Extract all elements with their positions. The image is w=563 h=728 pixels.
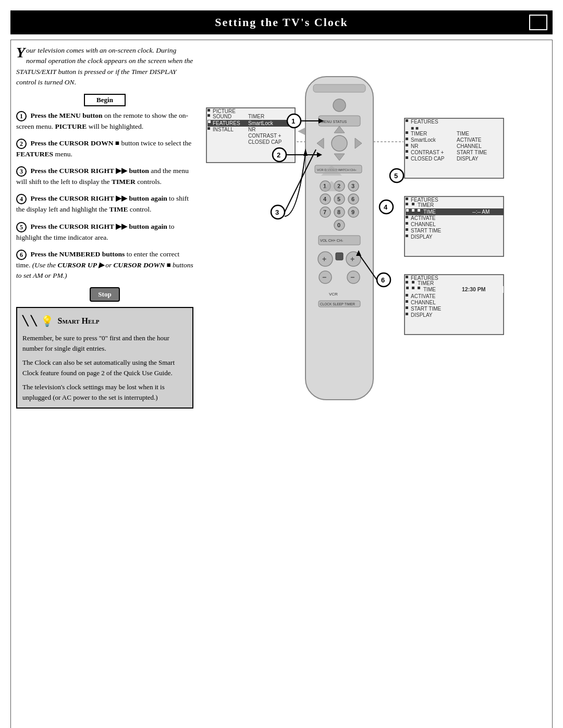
step-5: 5 Press the CURSOR RIGHT ▶▶ button again… <box>16 221 193 243</box>
svg-rect-49 <box>406 216 408 218</box>
svg-text:CLOSED CAP: CLOSED CAP <box>411 156 445 162</box>
svg-rect-33 <box>406 156 408 159</box>
main-content: Your television comes with an on-screen … <box>10 40 553 728</box>
svg-text:TIME: TIME <box>457 131 469 137</box>
svg-text:8: 8 <box>337 209 340 215</box>
svg-text:DISPLAY: DISPLAY <box>411 234 433 240</box>
svg-rect-24 <box>406 138 408 140</box>
svg-rect-30 <box>406 150 408 153</box>
svg-rect-46 <box>418 209 420 212</box>
svg-text:CONTRAST +: CONTRAST + <box>411 150 444 155</box>
stop-label: Stop <box>90 287 119 302</box>
svg-rect-65 <box>412 287 414 289</box>
main-illustration: PICTURE SOUND TIMER FEATURES SmartLock I… <box>201 45 556 525</box>
smart-help-p1: Remember, be sure to press "0" first and… <box>22 333 187 353</box>
svg-text:12:30 PM: 12:30 PM <box>462 286 486 292</box>
step-4: 4 Press the CURSOR RIGHT ▶▶ button again… <box>16 193 193 215</box>
svg-text:SOUND: SOUND <box>213 114 231 119</box>
svg-text:INSTALL: INSTALL <box>213 127 234 132</box>
svg-text:5: 5 <box>337 196 340 202</box>
svg-text:TIMER: TIMER <box>248 114 264 119</box>
svg-rect-71 <box>406 300 408 303</box>
svg-text:NR: NR <box>411 143 418 149</box>
svg-rect-45 <box>412 209 414 212</box>
svg-text:TIMER: TIMER <box>411 131 427 137</box>
intro-text: Your television comes with an on-screen … <box>16 45 193 88</box>
step-number-5: 5 <box>16 222 27 232</box>
svg-text:--:-- AM: --:-- AM <box>472 209 489 215</box>
svg-rect-1 <box>207 109 210 112</box>
drop-cap: Y <box>16 45 25 60</box>
svg-text:START TIME: START TIME <box>457 150 487 155</box>
svg-text:TIMER: TIMER <box>418 202 434 208</box>
svg-rect-21 <box>406 131 408 134</box>
step-number-6: 6 <box>16 250 27 260</box>
svg-text:START TIME: START TIME <box>411 306 441 312</box>
svg-text:CLOSED CAP: CLOSED CAP <box>248 139 282 145</box>
svg-text:+: + <box>350 255 354 263</box>
svg-text:MENU    STATUS: MENU STATUS <box>321 120 347 124</box>
svg-rect-75 <box>406 313 408 315</box>
svg-rect-51 <box>406 222 408 225</box>
svg-text:CONTRAST +: CONTRAST + <box>248 133 282 139</box>
svg-text:6: 6 <box>381 276 385 284</box>
svg-rect-40 <box>406 203 408 205</box>
svg-rect-69 <box>406 294 408 297</box>
svg-text:TIME: TIME <box>423 209 436 215</box>
svg-text:9: 9 <box>351 209 354 215</box>
svg-text:■ ■: ■ ■ <box>411 125 419 131</box>
svg-text:2: 2 <box>277 151 280 159</box>
svg-rect-73 <box>406 306 408 309</box>
slash-icon: ╲ ╲ <box>22 314 36 328</box>
svg-text:7: 7 <box>323 209 326 215</box>
svg-rect-10 <box>207 127 210 130</box>
right-panel: PICTURE SOUND TIMER FEATURES SmartLock I… <box>201 45 563 728</box>
svg-rect-58 <box>406 276 408 278</box>
svg-text:4: 4 <box>384 203 388 211</box>
svg-text:TIME: TIME <box>423 287 436 292</box>
svg-text:NR: NR <box>248 127 255 132</box>
svg-rect-7 <box>208 120 211 123</box>
page-title: Setting the TV's Clock <box>10 10 553 34</box>
svg-rect-115 <box>336 253 343 260</box>
svg-text:TIMER: TIMER <box>418 280 434 286</box>
svg-rect-3 <box>207 114 210 117</box>
svg-rect-44 <box>406 209 409 212</box>
svg-text:START TIME: START TIME <box>411 228 441 233</box>
svg-text:CHANNEL: CHANNEL <box>411 300 436 305</box>
svg-text:DISPLAY: DISPLAY <box>411 312 433 318</box>
smart-help-p2: The Clock can also be set automatically … <box>22 357 187 378</box>
svg-rect-38 <box>406 198 408 200</box>
svg-text:FEATURES: FEATURES <box>213 120 240 126</box>
left-panel: Your television comes with an on-screen … <box>16 45 193 728</box>
svg-rect-41 <box>412 203 414 205</box>
corner-box <box>529 15 547 30</box>
svg-rect-61 <box>412 281 414 283</box>
svg-rect-18 <box>406 119 408 122</box>
lightbulb-icon: 💡 <box>41 313 54 329</box>
svg-point-86 <box>332 135 347 151</box>
svg-text:SmartLock: SmartLock <box>248 120 274 126</box>
step-number-1: 1 <box>16 111 27 121</box>
begin-label: Begin <box>84 94 126 106</box>
step-number-2: 2 <box>16 139 27 149</box>
svg-text:VOL    CH+    CH-: VOL CH+ CH- <box>320 239 344 242</box>
svg-text:ACTIVATE: ACTIVATE <box>457 137 482 143</box>
svg-rect-53 <box>406 228 408 231</box>
step-1: 1 Press the MENU button on the remote to… <box>16 110 193 132</box>
svg-text:0: 0 <box>337 222 340 228</box>
svg-text:1: 1 <box>291 117 295 125</box>
svg-rect-64 <box>406 287 409 289</box>
svg-text:VCR: VCR <box>329 292 338 297</box>
smart-help-p3: The television's clock settings may be l… <box>22 382 187 402</box>
smart-help-header: ╲ ╲ 💡 Smart Help <box>22 313 187 329</box>
step-number-4: 4 <box>16 194 27 204</box>
svg-text:6: 6 <box>351 196 354 202</box>
smart-help-box: ╲ ╲ 💡 Smart Help Remember, be sure to pr… <box>16 307 193 409</box>
step-2: 2 Press the CURSOR DOWN ■ button twice t… <box>16 138 193 159</box>
svg-text:SmartLock: SmartLock <box>411 137 436 143</box>
svg-text:ACTIVATE: ACTIVATE <box>411 215 436 221</box>
svg-rect-55 <box>406 235 408 237</box>
svg-text:5: 5 <box>394 172 398 180</box>
svg-rect-78 <box>313 84 365 92</box>
